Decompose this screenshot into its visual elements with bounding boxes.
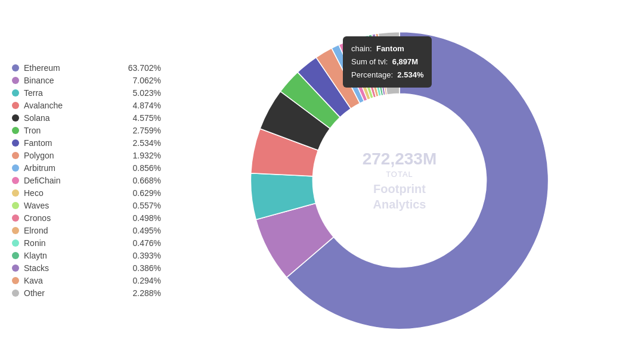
legend-pct: 0.629% [133,188,161,198]
legend-dot [12,102,19,109]
donut-svg [244,26,555,335]
legend-name: Avalanche [24,101,128,110]
legend-pct: 0.495% [133,226,161,235]
legend-dot [12,264,19,272]
legend-item: Avalanche 4.874% [12,101,161,110]
legend-item: DefiChain 0.668% [12,176,161,185]
legend-dot [12,177,19,184]
legend-dot [12,239,19,247]
legend-item: Waves 0.557% [12,201,161,210]
legend-dot [12,139,19,147]
legend-item: Kava 0.294% [12,276,161,285]
legend-pct: 0.668% [133,176,161,185]
legend-item: Binance 7.062% [12,76,161,85]
legend-dot [12,77,19,84]
legend-dot [12,189,19,197]
legend-name: Terra [24,88,128,98]
legend-item: Ethereum 63.702% [12,63,161,73]
legend-dot [12,277,19,284]
legend-dot [12,252,19,259]
legend-item: Klaytn 0.393% [12,251,161,260]
legend-item: Arbitrum 0.856% [12,163,161,173]
legend-name: Elrond [24,226,128,235]
legend-name: Stacks [24,263,128,273]
legend-pct: 1.932% [133,151,161,160]
legend-name: Solana [24,113,128,123]
legend-name: Kava [24,276,128,285]
legend-pct: 5.023% [133,88,161,98]
main-container: Ethereum 63.702% Binance 7.062% Terra 5.… [0,0,644,361]
legend-pct: 0.476% [133,238,161,248]
legend-item: Fantom 2.534% [12,138,161,148]
legend: Ethereum 63.702% Binance 7.062% Terra 5.… [6,63,161,298]
legend-pct: 0.386% [133,263,161,273]
donut-chart: 272,233M TOTAL Footprint Analytics chain… [244,26,555,335]
legend-pct: 0.856% [133,163,161,173]
legend-dot [12,164,19,172]
legend-pct: 0.557% [133,201,161,210]
legend-name: Klaytn [24,251,128,260]
legend-name: DefiChain [24,176,128,185]
legend-name: Waves [24,201,128,210]
legend-pct: 0.294% [133,276,161,285]
legend-pct: 0.498% [133,213,161,223]
legend-dot [12,290,19,297]
legend-pct: 0.393% [133,251,161,260]
legend-dot [12,127,19,134]
legend-name: Arbitrum [24,163,128,173]
legend-dot [12,214,19,222]
legend-dot [12,227,19,234]
legend-name: Heco [24,188,128,198]
legend-pct: 4.874% [133,101,161,110]
legend-dot [12,89,19,97]
legend-name: Other [24,288,128,298]
legend-dot [12,64,19,71]
legend-name: Cronos [24,213,128,223]
legend-name: Ethereum [24,63,123,73]
legend-item: Polygon 1.932% [12,151,161,160]
legend-item: Solana 4.575% [12,113,161,123]
legend-item: Ronin 0.476% [12,238,161,248]
legend-name: Fantom [24,138,128,148]
legend-pct: 2.288% [133,288,161,298]
legend-pct: 2.759% [133,126,161,135]
legend-item: Elrond 0.495% [12,226,161,235]
legend-item: Cronos 0.498% [12,213,161,223]
legend-item: Terra 5.023% [12,88,161,98]
legend-pct: 4.575% [133,113,161,123]
legend-dot [12,152,19,159]
chart-area: 272,233M TOTAL Footprint Analytics chain… [161,12,638,349]
legend-dot [12,202,19,209]
legend-dot [12,114,19,122]
legend-item: Stacks 0.386% [12,263,161,273]
legend-item: Other 2.288% [12,288,161,298]
legend-name: Binance [24,76,128,85]
legend-pct: 63.702% [128,63,161,73]
legend-name: Ronin [24,238,128,248]
legend-item: Tron 2.759% [12,126,161,135]
legend-name: Tron [24,126,128,135]
legend-name: Polygon [24,151,128,160]
legend-pct: 7.062% [133,76,161,85]
legend-item: Heco 0.629% [12,188,161,198]
legend-pct: 2.534% [133,138,161,148]
